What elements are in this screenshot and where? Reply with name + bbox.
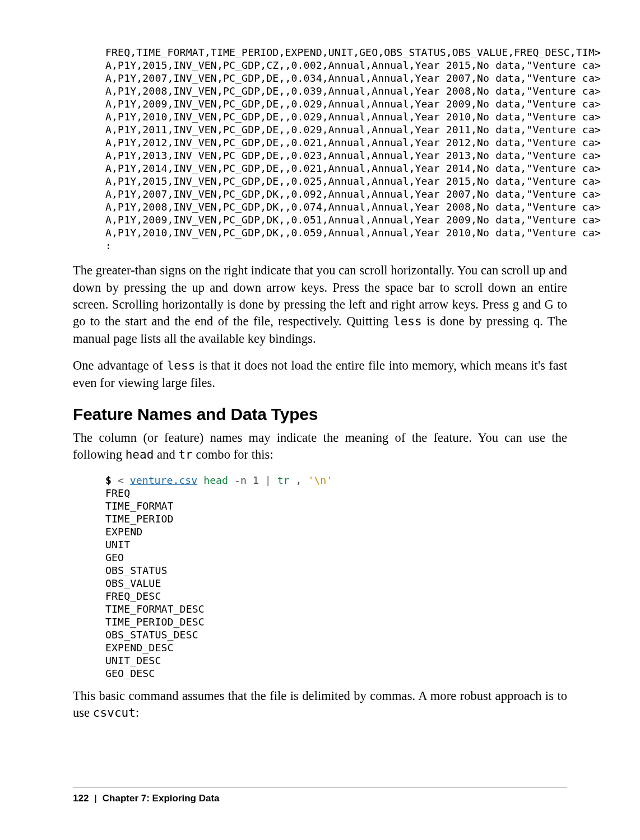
redirect-operator: < xyxy=(118,474,124,486)
arg: -n 1 xyxy=(234,474,259,486)
inline-code-less: less xyxy=(167,359,196,372)
paragraph-scroll-explanation: The greater-than signs on the right indi… xyxy=(73,262,567,347)
paragraph-less-advantage: One advantage of less is that it does no… xyxy=(73,357,567,391)
text: : xyxy=(136,706,139,720)
command-tr: tr xyxy=(277,474,290,486)
code-block-less-output: FREQ,TIME_FORMAT,TIME_PERIOD,EXPEND,UNIT… xyxy=(105,46,567,252)
text: One advantage of xyxy=(73,358,167,372)
text: This basic command assumes that the file… xyxy=(73,689,567,720)
paragraph-csvcut: This basic command assumes that the file… xyxy=(73,688,567,722)
page-footer: 122|Chapter 7: Exploring Data xyxy=(73,787,567,804)
paragraph-feature-names-intro: The column (or feature) names may indica… xyxy=(73,430,567,464)
shell-prompt: $ xyxy=(105,474,112,486)
command-line: $ < venture.csv head -n 1 | tr , '\n' xyxy=(105,474,567,487)
inline-code-tr: tr xyxy=(178,448,192,461)
footer-text: 122|Chapter 7: Exploring Data xyxy=(73,793,567,804)
footer-separator: | xyxy=(94,793,96,804)
code-block-column-output: FREQ TIME_FORMAT TIME_PERIOD EXPEND UNIT… xyxy=(105,487,567,680)
arg: , xyxy=(296,474,302,486)
footer-rule xyxy=(73,787,567,787)
text: combo for this: xyxy=(193,447,273,461)
command-head: head xyxy=(203,474,228,486)
inline-code-head: head xyxy=(126,448,154,461)
text: and xyxy=(154,447,178,461)
page-number: 122 xyxy=(73,793,89,804)
filename: venture.csv xyxy=(130,474,197,486)
section-heading: Feature Names and Data Types xyxy=(73,405,567,424)
inline-code-less: less xyxy=(393,315,422,328)
pipe-operator: | xyxy=(265,474,271,486)
string-literal: '\n' xyxy=(308,474,332,486)
chapter-title: Chapter 7: Exploring Data xyxy=(103,793,220,804)
page: FREQ,TIME_FORMAT,TIME_PERIOD,EXPEND,UNIT… xyxy=(0,0,640,840)
inline-code-csvcut: csvcut xyxy=(93,706,136,720)
